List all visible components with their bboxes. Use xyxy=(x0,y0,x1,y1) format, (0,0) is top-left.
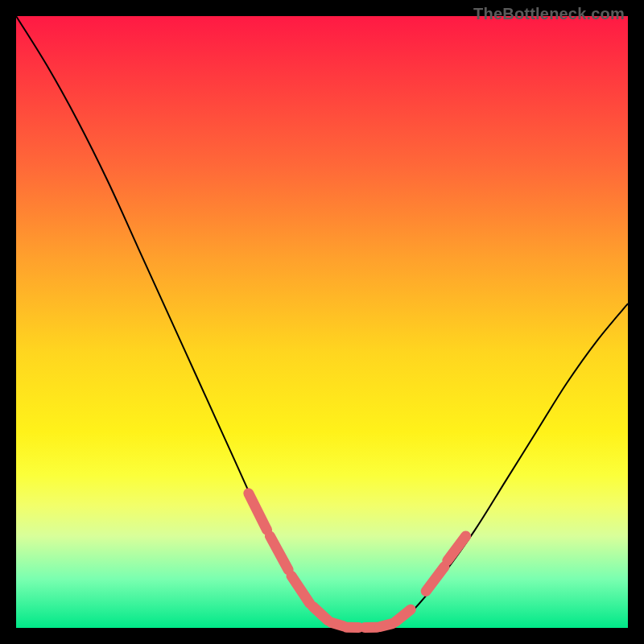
plot-svg xyxy=(16,16,628,628)
marker-group xyxy=(249,493,466,628)
marker-segment xyxy=(291,576,310,603)
marker-segment xyxy=(249,493,267,530)
marker-segment xyxy=(270,536,288,570)
marker-segment xyxy=(380,624,392,627)
marker-segment xyxy=(448,536,466,560)
marker-segment xyxy=(313,606,328,620)
right-curve xyxy=(395,303,628,625)
marker-segment xyxy=(426,567,444,591)
marker-segment xyxy=(395,609,411,621)
left-curve xyxy=(16,16,334,625)
watermark-text: TheBottleneck.com xyxy=(473,5,625,23)
chart-area xyxy=(16,16,628,628)
